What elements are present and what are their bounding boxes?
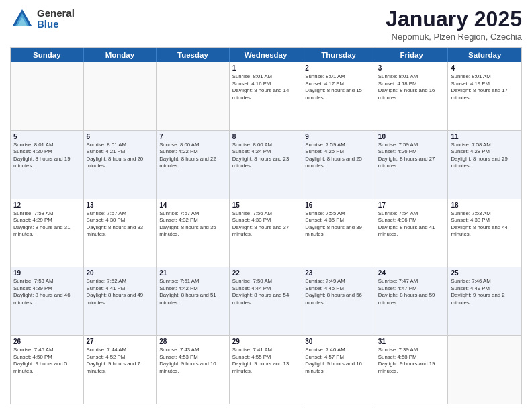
cell-info: Sunrise: 7:43 AM Sunset: 4:53 PM Dayligh… xyxy=(159,347,226,375)
calendar-body: 1Sunrise: 8:01 AM Sunset: 4:16 PM Daylig… xyxy=(11,62,521,404)
cell-info: Sunrise: 8:01 AM Sunset: 4:21 PM Dayligh… xyxy=(87,142,154,170)
day-cell-10: 10Sunrise: 7:59 AM Sunset: 4:26 PM Dayli… xyxy=(375,131,449,199)
day-cell-18: 18Sunrise: 7:53 AM Sunset: 4:38 PM Dayli… xyxy=(448,199,521,267)
day-cell-12: 12Sunrise: 7:58 AM Sunset: 4:29 PM Dayli… xyxy=(11,199,84,267)
day-number: 20 xyxy=(87,269,154,277)
day-number: 17 xyxy=(378,201,445,209)
cell-info: Sunrise: 8:01 AM Sunset: 4:19 PM Dayligh… xyxy=(451,73,519,101)
calendar: SundayMondayTuesdayWednesdayThursdayFrid… xyxy=(10,47,522,404)
logo-icon xyxy=(10,7,34,31)
day-number: 5 xyxy=(13,133,81,140)
cell-info: Sunrise: 7:46 AM Sunset: 4:49 PM Dayligh… xyxy=(451,278,519,306)
day-cell-8: 8Sunrise: 8:00 AM Sunset: 4:24 PM Daylig… xyxy=(230,131,303,199)
day-number: 29 xyxy=(232,338,300,345)
day-number: 10 xyxy=(378,133,445,140)
cell-info: Sunrise: 8:00 AM Sunset: 4:24 PM Dayligh… xyxy=(232,142,300,170)
day-cell-26: 26Sunrise: 7:45 AM Sunset: 4:50 PM Dayli… xyxy=(11,336,84,404)
cell-info: Sunrise: 7:58 AM Sunset: 4:28 PM Dayligh… xyxy=(451,142,519,170)
cell-info: Sunrise: 7:41 AM Sunset: 4:55 PM Dayligh… xyxy=(232,347,300,375)
day-cell-29: 29Sunrise: 7:41 AM Sunset: 4:55 PM Dayli… xyxy=(230,336,303,404)
day-cell-7: 7Sunrise: 8:00 AM Sunset: 4:22 PM Daylig… xyxy=(157,131,230,199)
empty-cell xyxy=(84,62,157,130)
day-number: 18 xyxy=(451,201,519,209)
cell-info: Sunrise: 7:49 AM Sunset: 4:45 PM Dayligh… xyxy=(305,278,372,306)
month-title: January 2025 xyxy=(386,7,522,32)
cell-info: Sunrise: 7:56 AM Sunset: 4:33 PM Dayligh… xyxy=(232,210,300,238)
day-cell-25: 25Sunrise: 7:46 AM Sunset: 4:49 PM Dayli… xyxy=(448,267,521,335)
day-cell-31: 31Sunrise: 7:39 AM Sunset: 4:58 PM Dayli… xyxy=(375,336,449,404)
day-cell-2: 2Sunrise: 8:01 AM Sunset: 4:17 PM Daylig… xyxy=(302,62,375,130)
day-number: 12 xyxy=(13,201,81,209)
day-number: 7 xyxy=(159,133,226,140)
day-number: 24 xyxy=(378,269,445,277)
day-number: 16 xyxy=(305,201,372,209)
logo-text: General Blue xyxy=(37,8,75,30)
cell-info: Sunrise: 7:57 AM Sunset: 4:30 PM Dayligh… xyxy=(87,210,154,238)
day-number: 26 xyxy=(13,338,81,345)
logo-general-text: General xyxy=(37,8,75,19)
cell-info: Sunrise: 7:55 AM Sunset: 4:35 PM Dayligh… xyxy=(305,210,372,238)
day-number: 19 xyxy=(13,269,81,277)
cell-info: Sunrise: 8:01 AM Sunset: 4:18 PM Dayligh… xyxy=(378,73,445,101)
title-block: January 2025 Nepomuk, Plzen Region, Czec… xyxy=(386,7,522,42)
day-number: 8 xyxy=(232,133,300,140)
day-cell-17: 17Sunrise: 7:54 AM Sunset: 4:36 PM Dayli… xyxy=(375,199,449,267)
weekday-header-saturday: Saturday xyxy=(448,48,521,62)
day-cell-19: 19Sunrise: 7:53 AM Sunset: 4:39 PM Dayli… xyxy=(11,267,84,335)
day-number: 4 xyxy=(451,64,519,72)
calendar-header-row: SundayMondayTuesdayWednesdayThursdayFrid… xyxy=(11,48,521,62)
day-number: 21 xyxy=(159,269,226,277)
day-cell-16: 16Sunrise: 7:55 AM Sunset: 4:35 PM Dayli… xyxy=(302,199,375,267)
calendar-week-2: 5Sunrise: 8:01 AM Sunset: 4:20 PM Daylig… xyxy=(11,131,521,199)
cell-info: Sunrise: 7:53 AM Sunset: 4:39 PM Dayligh… xyxy=(13,278,81,306)
day-cell-6: 6Sunrise: 8:01 AM Sunset: 4:21 PM Daylig… xyxy=(84,131,157,199)
day-cell-13: 13Sunrise: 7:57 AM Sunset: 4:30 PM Dayli… xyxy=(84,199,157,267)
day-number: 1 xyxy=(232,64,300,72)
cell-info: Sunrise: 7:50 AM Sunset: 4:44 PM Dayligh… xyxy=(232,278,300,306)
day-number: 14 xyxy=(159,201,226,209)
day-cell-11: 11Sunrise: 7:58 AM Sunset: 4:28 PM Dayli… xyxy=(448,131,521,199)
empty-cell xyxy=(11,62,84,130)
day-number: 13 xyxy=(87,201,154,209)
cell-info: Sunrise: 7:44 AM Sunset: 4:52 PM Dayligh… xyxy=(87,347,154,375)
weekday-header-friday: Friday xyxy=(375,48,449,62)
cell-info: Sunrise: 7:40 AM Sunset: 4:57 PM Dayligh… xyxy=(305,347,372,375)
calendar-week-4: 19Sunrise: 7:53 AM Sunset: 4:39 PM Dayli… xyxy=(11,267,521,336)
day-number: 31 xyxy=(378,338,445,345)
calendar-week-5: 26Sunrise: 7:45 AM Sunset: 4:50 PM Dayli… xyxy=(11,336,521,404)
empty-cell xyxy=(448,336,521,404)
cell-info: Sunrise: 7:51 AM Sunset: 4:42 PM Dayligh… xyxy=(159,278,226,306)
weekday-header-monday: Monday xyxy=(84,48,157,62)
cell-info: Sunrise: 7:54 AM Sunset: 4:36 PM Dayligh… xyxy=(378,210,445,238)
day-number: 11 xyxy=(451,133,519,140)
weekday-header-thursday: Thursday xyxy=(302,48,375,62)
header: General Blue January 2025 Nepomuk, Plzen… xyxy=(10,7,522,42)
day-cell-9: 9Sunrise: 7:59 AM Sunset: 4:25 PM Daylig… xyxy=(302,131,375,199)
day-cell-3: 3Sunrise: 8:01 AM Sunset: 4:18 PM Daylig… xyxy=(375,62,449,130)
cell-info: Sunrise: 8:01 AM Sunset: 4:17 PM Dayligh… xyxy=(305,73,372,101)
day-number: 25 xyxy=(451,269,519,277)
page: General Blue January 2025 Nepomuk, Plzen… xyxy=(0,0,532,411)
day-cell-14: 14Sunrise: 7:57 AM Sunset: 4:32 PM Dayli… xyxy=(157,199,230,267)
cell-info: Sunrise: 7:52 AM Sunset: 4:41 PM Dayligh… xyxy=(87,278,154,306)
cell-info: Sunrise: 7:39 AM Sunset: 4:58 PM Dayligh… xyxy=(378,347,445,375)
cell-info: Sunrise: 7:59 AM Sunset: 4:26 PM Dayligh… xyxy=(378,142,445,170)
day-cell-4: 4Sunrise: 8:01 AM Sunset: 4:19 PM Daylig… xyxy=(448,62,521,130)
cell-info: Sunrise: 7:53 AM Sunset: 4:38 PM Dayligh… xyxy=(451,210,519,238)
day-number: 3 xyxy=(378,64,445,72)
cell-info: Sunrise: 7:57 AM Sunset: 4:32 PM Dayligh… xyxy=(159,210,226,238)
day-cell-5: 5Sunrise: 8:01 AM Sunset: 4:20 PM Daylig… xyxy=(11,131,84,199)
calendar-week-1: 1Sunrise: 8:01 AM Sunset: 4:16 PM Daylig… xyxy=(11,62,521,131)
day-cell-21: 21Sunrise: 7:51 AM Sunset: 4:42 PM Dayli… xyxy=(157,267,230,335)
day-cell-1: 1Sunrise: 8:01 AM Sunset: 4:16 PM Daylig… xyxy=(230,62,303,130)
weekday-header-sunday: Sunday xyxy=(11,48,84,62)
cell-info: Sunrise: 8:01 AM Sunset: 4:16 PM Dayligh… xyxy=(232,73,300,101)
day-cell-20: 20Sunrise: 7:52 AM Sunset: 4:41 PM Dayli… xyxy=(84,267,157,335)
day-cell-24: 24Sunrise: 7:47 AM Sunset: 4:47 PM Dayli… xyxy=(375,267,449,335)
day-number: 22 xyxy=(232,269,300,277)
cell-info: Sunrise: 7:58 AM Sunset: 4:29 PM Dayligh… xyxy=(13,210,81,238)
day-cell-22: 22Sunrise: 7:50 AM Sunset: 4:44 PM Dayli… xyxy=(230,267,303,335)
day-cell-15: 15Sunrise: 7:56 AM Sunset: 4:33 PM Dayli… xyxy=(230,199,303,267)
day-number: 30 xyxy=(305,338,372,345)
day-number: 28 xyxy=(159,338,226,345)
